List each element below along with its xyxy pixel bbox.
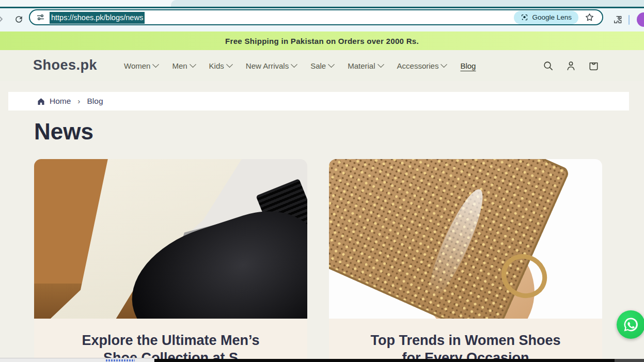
lens-label: Google Lens	[532, 13, 572, 21]
browser-window: https://shoes.pk/blogs/news Google Lens	[0, 0, 644, 362]
article-card-mens-shoes[interactable]: Explore the Ultimate Men’s Shoe Collecti…	[34, 159, 307, 362]
mens-shoe-image[interactable]	[34, 159, 307, 319]
site-header: Shoes.pk Women Men Kids New Arrivals Sal…	[0, 50, 644, 81]
whatsapp-icon	[623, 317, 639, 333]
site-settings-icon[interactable]	[36, 13, 45, 22]
breadcrumb-current: Blog	[87, 97, 103, 106]
nav-item-material[interactable]: Material	[348, 61, 383, 70]
article-title[interactable]: Explore the Ultimate Men’s Shoe Collecti…	[34, 319, 307, 362]
nav-item-accessories[interactable]: Accessories	[397, 61, 447, 70]
header-icons	[542, 50, 600, 81]
chevron-down-icon	[190, 61, 196, 68]
chevron-down-icon	[291, 61, 297, 68]
nav-item-women[interactable]: Women	[124, 61, 158, 70]
shipping-banner: Free Shipping in Pakistan on Orders over…	[0, 32, 644, 50]
nav-item-new-arrivals[interactable]: New Arrivals	[246, 61, 296, 70]
chevron-down-icon	[378, 61, 384, 68]
reload-icon[interactable]	[14, 14, 24, 26]
breadcrumb-home-label: Home	[50, 97, 71, 106]
whatsapp-button[interactable]	[617, 310, 644, 339]
url-bar[interactable]: https://shoes.pk/blogs/news Google Lens	[29, 9, 603, 25]
article-card-women-shoes[interactable]: Top Trends in Women Shoes for Every Occa…	[329, 159, 602, 362]
article-title[interactable]: Top Trends in Women Shoes for Every Occa…	[329, 319, 602, 362]
home-icon	[37, 97, 45, 106]
nav-item-blog[interactable]: Blog	[460, 61, 476, 70]
nav-item-kids[interactable]: Kids	[209, 61, 232, 70]
extensions-icon[interactable]	[612, 14, 623, 27]
chevron-down-icon	[226, 61, 233, 68]
status-bar-link-text	[106, 359, 135, 361]
google-lens-button[interactable]: Google Lens	[514, 11, 578, 24]
breadcrumb-separator: ›	[77, 97, 80, 106]
tab-strip-background	[171, 0, 644, 7]
page-title: News	[34, 119, 93, 145]
womens-sandal-image[interactable]	[329, 159, 602, 319]
main-nav: Women Men Kids New Arrivals Sale Materia…	[124, 50, 476, 81]
site-logo[interactable]: Shoes.pk	[33, 57, 97, 73]
chevron-down-icon	[328, 61, 335, 68]
bottom-black-bar	[154, 359, 644, 362]
chevron-down-icon	[441, 61, 448, 68]
breadcrumb-home-link[interactable]: Home	[37, 97, 71, 106]
status-bar	[0, 358, 154, 362]
bookmark-star-icon[interactable]	[585, 12, 594, 22]
cart-icon[interactable]	[588, 60, 600, 72]
toolbar-separator	[629, 15, 630, 25]
account-icon[interactable]	[565, 60, 577, 72]
profile-avatar[interactable]	[637, 12, 644, 27]
browser-toolbar: https://shoes.pk/blogs/news Google Lens	[0, 8, 644, 32]
breadcrumb: Home › Blog	[8, 92, 629, 111]
tab-strip	[0, 0, 644, 7]
nav-item-sale[interactable]: Sale	[310, 61, 334, 70]
shipping-banner-text: Free Shipping in Pakistan on Orders over…	[225, 37, 419, 45]
nav-item-men[interactable]: Men	[172, 61, 195, 70]
url-text[interactable]: https://shoes.pk/blogs/news	[50, 13, 145, 22]
search-icon[interactable]	[542, 60, 554, 72]
chevron-down-icon	[153, 61, 160, 68]
forward-icon[interactable]	[0, 15, 5, 25]
lens-icon	[521, 13, 528, 21]
